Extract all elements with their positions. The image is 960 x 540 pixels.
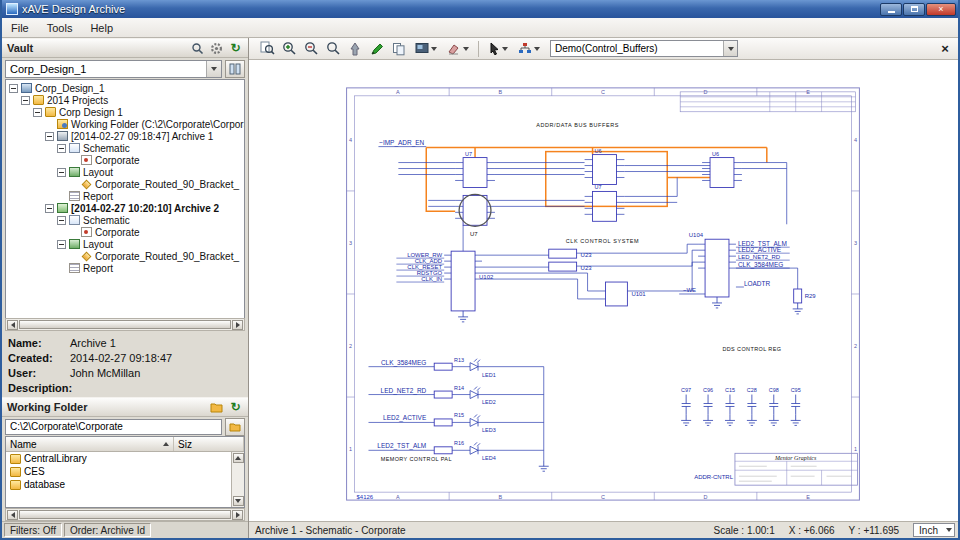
svg-text:A: A [396, 89, 400, 95]
svg-text:LED2: LED2 [482, 400, 496, 406]
zoom-fit-button[interactable] [257, 39, 277, 58]
list-vertical-scrollbar[interactable] [231, 452, 244, 507]
ref-des: U104 [689, 232, 704, 238]
report-icon [69, 263, 80, 273]
zoom-out-button[interactable] [301, 39, 321, 58]
collapse-icon[interactable] [45, 204, 54, 213]
svg-text:C15: C15 [725, 387, 735, 393]
toolbar-separator [478, 41, 479, 57]
tree-item[interactable]: Corp Design 1 [6, 106, 244, 118]
zoom-area-button[interactable] [323, 39, 343, 58]
svg-text:C96: C96 [703, 387, 713, 393]
tree-item[interactable]: Layout [6, 238, 244, 250]
menu-help[interactable]: Help [81, 19, 122, 37]
column-header-size[interactable]: Siz [174, 437, 244, 451]
navigate-dropdown[interactable] [514, 39, 544, 58]
svg-text:CLK_3584MEG: CLK_3584MEG [738, 261, 783, 269]
tree-item[interactable]: Corporate_Routed_90_Bracket_ [6, 178, 244, 190]
collapse-icon[interactable] [9, 84, 18, 93]
minimize-icon [888, 11, 895, 13]
select-tool-dropdown[interactable] [484, 39, 512, 58]
svg-text:E: E [806, 89, 810, 95]
tree-item[interactable]: Schematic [6, 142, 244, 154]
layout-file-icon [82, 179, 92, 189]
scroll-down-icon[interactable] [233, 496, 244, 506]
scroll-up-icon[interactable] [233, 453, 244, 463]
layout-file-icon [82, 251, 92, 261]
scrollbar-thumb[interactable] [19, 320, 231, 329]
design-combo[interactable]: Corp_Design_1 [5, 60, 222, 78]
svg-text:2: 2 [349, 343, 352, 349]
scroll-right-icon[interactable] [232, 320, 243, 330]
created-label: Created: [8, 352, 70, 364]
tree-item[interactable]: Corp_Design_1 [6, 82, 244, 94]
column-header-name[interactable]: Name [6, 437, 174, 451]
redline-dropdown[interactable] [443, 39, 473, 58]
working-folder-path[interactable]: C:\2\Corporate\Corporate [5, 419, 222, 435]
tree-item[interactable]: Schematic [6, 214, 244, 226]
svg-text:3: 3 [349, 240, 352, 246]
filters-status[interactable]: Filters: Off [4, 523, 62, 537]
schematic-canvas[interactable]: ABCDE ABCDE 4321 4321 ADDR/DATA BUS BUFF… [249, 60, 958, 521]
scroll-right-icon[interactable] [232, 510, 243, 520]
view-style-dropdown[interactable] [411, 39, 441, 58]
zoom-in-button[interactable] [279, 39, 299, 58]
tree-item[interactable]: Report [6, 262, 244, 274]
browse-folder-button[interactable] [225, 418, 245, 436]
columns-view-button[interactable] [225, 60, 245, 78]
list-horizontal-scrollbar[interactable] [5, 508, 245, 521]
svg-text:C: C [601, 89, 605, 95]
maximize-button[interactable] [903, 3, 925, 16]
svg-text:B: B [499, 89, 503, 95]
scroll-left-icon[interactable] [7, 320, 18, 330]
collapse-icon[interactable] [57, 144, 66, 153]
pan-button[interactable] [345, 39, 365, 58]
svg-text:C98: C98 [769, 387, 779, 393]
collapse-icon[interactable] [45, 132, 54, 141]
collapse-icon[interactable] [33, 108, 42, 117]
sheet-selector-value: Demo(Control_Buffers) [555, 43, 658, 54]
tree-item-archive-1[interactable]: [2014-02-27 09:18:47] Archive 1 [6, 130, 244, 142]
menu-tools[interactable]: Tools [38, 19, 82, 37]
sheet-selector-combo[interactable]: Demo(Control_Buffers) [550, 40, 738, 57]
search-icon[interactable] [190, 41, 205, 56]
minimize-button[interactable] [880, 3, 902, 16]
menu-file[interactable]: File [2, 19, 38, 37]
svg-text:4: 4 [349, 137, 352, 143]
ref-des: U6 [712, 151, 719, 157]
tree-item[interactable]: 2014 Projects [6, 94, 244, 106]
tree-item[interactable]: Corporate [6, 226, 244, 238]
refresh-icon[interactable]: ↻ [228, 400, 243, 415]
refresh-icon[interactable]: ↻ [228, 41, 243, 56]
tree-item[interactable]: Working Folder (C:\2\Corporate\Corpora [6, 118, 244, 130]
scroll-left-icon[interactable] [7, 510, 18, 520]
tree-item-archive-2[interactable]: [2014-02-27 10:20:10] Archive 2 [6, 202, 244, 214]
titlebar[interactable]: xAVE Design Archive × [2, 0, 958, 18]
copy-view-button[interactable] [389, 39, 409, 58]
collapse-icon[interactable] [57, 168, 66, 177]
tree-item[interactable]: Corporate [6, 154, 244, 166]
svg-text:R13: R13 [454, 357, 464, 363]
list-item[interactable]: CentralLibrary [6, 452, 231, 465]
markup-pen-button[interactable] [367, 39, 387, 58]
settings-gear-icon[interactable] [209, 41, 224, 56]
svg-text:1: 1 [349, 446, 352, 452]
close-viewer-button[interactable]: × [936, 40, 954, 58]
list-item[interactable]: CES [6, 465, 231, 478]
order-status[interactable]: Order: Archive Id [64, 523, 151, 537]
tree-item[interactable]: Corporate_Routed_90_Bracket_ [6, 250, 244, 262]
tree-horizontal-scrollbar[interactable] [5, 318, 245, 331]
combo-arrow-icon [723, 41, 737, 56]
collapse-icon[interactable] [57, 216, 66, 225]
collapse-icon[interactable] [57, 240, 66, 249]
list-item[interactable]: database [6, 478, 231, 491]
scrollbar-thumb[interactable] [19, 510, 231, 519]
open-folder-icon[interactable] [209, 400, 224, 415]
working-folder-list: Name Siz CentralLibrary CES database [5, 436, 245, 508]
collapse-icon[interactable] [21, 96, 30, 105]
close-window-button[interactable]: × [926, 3, 956, 16]
tree-item[interactable]: Report [6, 190, 244, 202]
archive-tree[interactable]: Corp_Design_1 2014 Projects Corp Design … [5, 79, 245, 318]
unit-combo[interactable]: Inch [913, 523, 955, 537]
tree-item[interactable]: Layout [6, 166, 244, 178]
